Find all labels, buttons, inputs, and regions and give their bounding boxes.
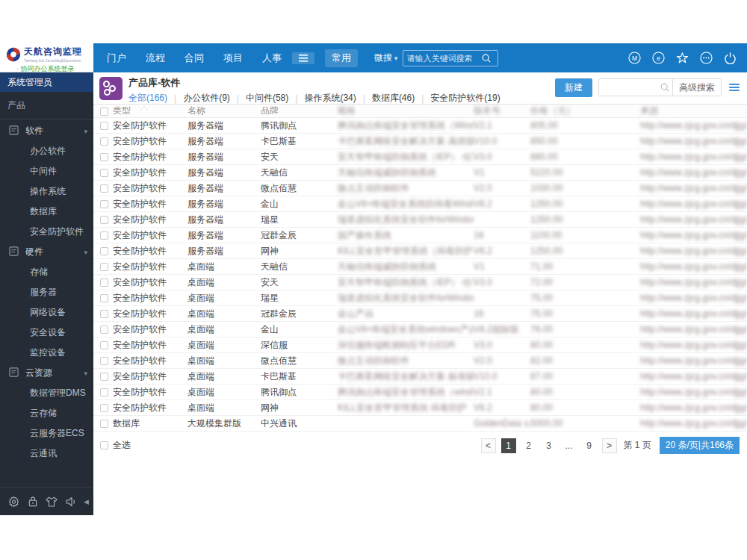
sidebar-item-安全防护软件[interactable]: 安全防护软件: [0, 222, 93, 242]
theme-shirt-icon[interactable]: [46, 496, 58, 508]
table-row[interactable]: 安全防护软件桌面端金山金山V8+终端安全系统windows产品端V8.2国际版7…: [93, 322, 747, 337]
row-checkbox[interactable]: [100, 247, 108, 255]
select-all-checkbox[interactable]: [100, 441, 108, 449]
table-row[interactable]: 安全防护软件服务器端微点佰慧微点主动防御软件V2.01030.00http://…: [93, 181, 747, 196]
new-button[interactable]: 新建: [555, 78, 592, 97]
header-checkbox[interactable]: [100, 108, 108, 116]
row-checkbox[interactable]: [100, 169, 108, 177]
row-checkbox[interactable]: [100, 200, 108, 208]
row-checkbox[interactable]: [100, 231, 108, 240]
table-row[interactable]: 安全防护软件服务器端卡巴斯基卡巴斯基网络安全解决方案·高级版 D30值及授权50…: [93, 134, 747, 149]
prev-page-button[interactable]: <: [481, 438, 496, 453]
table-row[interactable]: 安全防护软件桌面端微点佰慧微点主动防御软件V2.082.00http://www…: [93, 353, 747, 369]
row-checkbox[interactable]: [100, 153, 108, 161]
search-icon[interactable]: [657, 83, 672, 92]
nav-more-button[interactable]: [292, 52, 314, 64]
sidebar-item-存储[interactable]: 存储: [0, 262, 93, 282]
row-checkbox[interactable]: [100, 294, 108, 302]
sound-speaker-icon[interactable]: [65, 496, 77, 508]
table-row[interactable]: 安全防护软件服务器端腾讯御点腾讯御点终端安全管理系统（Windows版）V2.1…: [93, 118, 747, 134]
table-row[interactable]: 安全防护软件桌面端冠群金辰金山产品1675.00http://www.zjcg.…: [93, 306, 747, 322]
row-checkbox[interactable]: [100, 310, 108, 318]
page-3[interactable]: 3: [542, 438, 557, 453]
row-checkbox[interactable]: [100, 122, 108, 130]
sidebar-item-安全设备[interactable]: 安全设备: [0, 323, 93, 343]
tab-安全防护软件(19)[interactable]: 安全防护软件(19): [430, 92, 500, 105]
table-row[interactable]: 安全防护软件服务器端冠群金辰国产操作系统161100.00http://www.…: [93, 228, 747, 243]
row-checkbox[interactable]: [100, 341, 108, 349]
nav-item[interactable]: 流程: [146, 52, 165, 65]
sidebar-group-软件[interactable]: 软件▾: [0, 121, 93, 141]
tab-操作系统(34)[interactable]: 操作系统(34): [304, 92, 356, 105]
lock-icon[interactable]: [27, 496, 39, 508]
row-checkbox[interactable]: [100, 326, 108, 334]
table-row[interactable]: 安全防护软件桌面端安天安天智甲终端防御系统（IEP）·任我编辑防病毒V3.072…: [93, 275, 747, 290]
page-2[interactable]: 2: [521, 438, 536, 453]
table-row[interactable]: 安全防护软件桌面端腾讯御点腾讯御点终端安全管理系统（windows版）V2.1版…: [93, 385, 747, 400]
sidebar-item-云通讯[interactable]: 云通讯: [0, 444, 93, 464]
tab-全部(166)[interactable]: 全部(166): [128, 92, 167, 105]
favorite-star-icon[interactable]: [676, 52, 689, 64]
feedback-icon[interactable]: e: [652, 52, 665, 64]
sidebar-item-云存储[interactable]: 云存储: [0, 403, 93, 423]
more-options-icon[interactable]: [700, 52, 713, 64]
row-checkbox[interactable]: [100, 263, 108, 271]
wesearch-dropdown[interactable]: 微搜 ▾: [374, 52, 398, 64]
collapse-sidebar-icon[interactable]: ◀: [84, 498, 89, 505]
row-checkbox[interactable]: [100, 357, 108, 365]
tab-办公软件(9)[interactable]: 办公软件(9): [183, 92, 230, 105]
page-size-summary[interactable]: 20 条/页|共166条: [660, 437, 740, 454]
table-row[interactable]: 数据库大规模集群版中兴通讯GoldenData s...5000.00http:…: [93, 416, 747, 432]
next-page-button[interactable]: >: [602, 438, 617, 453]
sidebar-item-服务器[interactable]: 服务器: [0, 282, 93, 302]
sidebar-item-网络设备[interactable]: 网络设备: [0, 302, 93, 323]
sidebar-item-办公软件[interactable]: 办公软件: [0, 141, 93, 161]
page-9[interactable]: 9: [582, 438, 597, 453]
nav-item[interactable]: 合同: [185, 52, 204, 65]
global-search-input[interactable]: [407, 54, 482, 63]
power-logout-icon[interactable]: [724, 52, 737, 64]
row-checkbox[interactable]: [100, 216, 108, 224]
table-row[interactable]: 安全防护软件服务器端天融信天融信终端威胁防御系统V15220.00http://…: [93, 165, 747, 181]
sidebar-group-云资源[interactable]: 云资源▾: [0, 363, 93, 383]
tab-数据库(46)[interactable]: 数据库(46): [372, 92, 415, 105]
row-checkbox[interactable]: [100, 137, 108, 146]
table-row[interactable]: 安全防护软件桌面端卡巴斯基卡巴斯基网络安全解决方案·标准版（KS2-KSC...…: [93, 369, 747, 385]
table-cell: 桌面端: [187, 276, 261, 289]
row-checkbox[interactable]: [100, 373, 108, 381]
nav-item[interactable]: 项目: [223, 52, 243, 65]
settings-gear-icon[interactable]: [7, 496, 19, 508]
table-row[interactable]: 安全防护软件桌面端瑞星瑞星虚拟化系统安全软件forWindows版本75.00h…: [93, 290, 747, 306]
table-row[interactable]: 安全防护软件桌面端网神KILL安全胄甲管理系统·病毒防护V6.280.00htt…: [93, 400, 747, 416]
sidebar-section-product[interactable]: 产品: [0, 92, 93, 119]
sidebar-item-数据管理DMS[interactable]: 数据管理DMS: [0, 383, 93, 403]
row-checkbox[interactable]: [100, 184, 108, 193]
sidebar-item-中间件[interactable]: 中间件: [0, 161, 93, 181]
row-checkbox[interactable]: [100, 279, 108, 287]
sidebar-item-云服务器ECS[interactable]: 云服务器ECS: [0, 423, 93, 444]
table-row[interactable]: 安全防护软件桌面端天融信天融信终端威胁防御系统V171.00http://www…: [93, 259, 747, 275]
table-row[interactable]: 安全防护软件服务器端安天安天智甲终端防御系统（IEP）·任我编辑防病毒V3.08…: [93, 149, 747, 165]
sidebar-group-硬件[interactable]: 硬件▾: [0, 242, 93, 262]
row-checkbox[interactable]: [100, 404, 108, 412]
nav-item[interactable]: 人事: [262, 52, 282, 65]
row-checkbox[interactable]: [100, 388, 108, 396]
row-checkbox[interactable]: [100, 420, 108, 428]
table-row[interactable]: 安全防护软件服务器端金山金山V8+终端安全系统防病毒Windows版升级服务V8…: [93, 196, 747, 212]
sidebar-item-监控设备[interactable]: 监控设备: [0, 343, 93, 363]
table-row[interactable]: 安全防护软件桌面端深信服深信服终端检测响应平台EDRV3.080.00http:…: [93, 337, 747, 353]
sidebar-item-操作系统[interactable]: 操作系统: [0, 181, 93, 202]
table-row[interactable]: 安全防护软件服务器端网神KILL安全胄甲管理系统（病毒防护）V6.21250.0…: [93, 243, 747, 259]
tab-中间件(58)[interactable]: 中间件(58): [246, 92, 288, 105]
nav-favorites-button[interactable]: 常用: [325, 49, 358, 67]
search-icon[interactable]: [482, 54, 491, 63]
table-row[interactable]: 安全防护软件服务器端瑞星瑞星虚拟化系统安全软件forWindows版·升级服务1…: [93, 212, 747, 228]
page-1[interactable]: 1: [501, 438, 516, 453]
role-header[interactable]: 系统管理员: [0, 72, 93, 92]
advanced-search-button[interactable]: 高级搜索: [672, 79, 721, 96]
nav-item[interactable]: 门户: [107, 52, 126, 65]
table-search-input[interactable]: [599, 80, 657, 95]
list-view-icon[interactable]: [729, 84, 740, 91]
sidebar-item-数据库[interactable]: 数据库: [0, 202, 93, 222]
message-icon[interactable]: M: [628, 52, 641, 64]
